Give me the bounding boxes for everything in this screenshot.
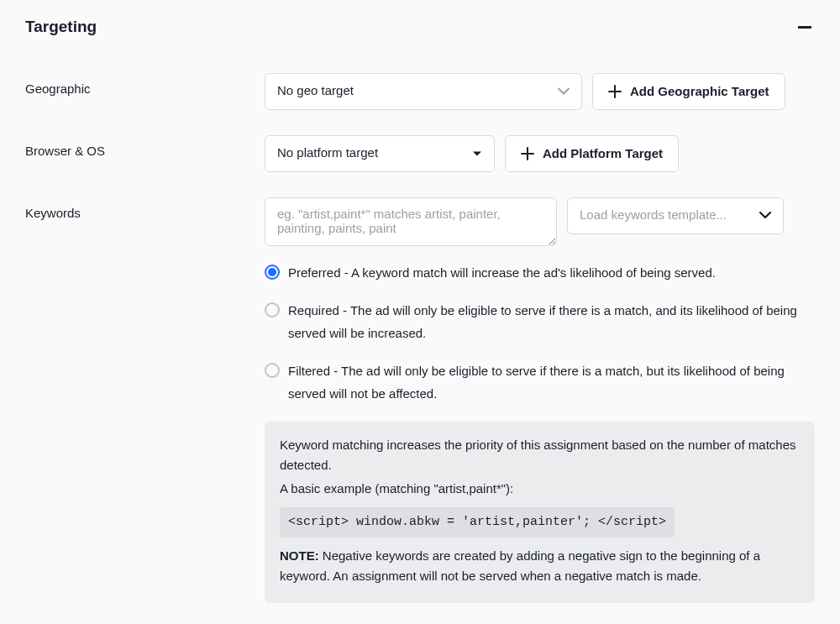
keywords-row: Keywords Load keywords template... — [25, 197, 815, 246]
note-label: NOTE: — [280, 548, 319, 563]
load-template-label: Load keywords template... — [580, 206, 727, 225]
radio-option-preferred[interactable]: Preferred - A keyword match will increas… — [265, 261, 815, 284]
platform-select[interactable]: No platform target — [265, 135, 495, 172]
svg-rect-0 — [798, 26, 811, 29]
geographic-select-value: No geo target — [277, 81, 354, 101]
note-text: Negative keywords are created by adding … — [280, 548, 760, 583]
radio-option-required[interactable]: Required - The ad will only be eligible … — [265, 299, 815, 344]
radio-required[interactable] — [265, 302, 280, 317]
keywords-input[interactable] — [265, 197, 557, 246]
section-header: Targeting — [25, 15, 815, 39]
plus-icon — [608, 85, 622, 98]
browser-os-row: Browser & OS No platform target Add Plat… — [25, 135, 815, 172]
radio-filtered[interactable] — [265, 363, 280, 378]
geographic-label: Geographic — [25, 73, 265, 99]
radio-required-label: Required - The ad will only be eligible … — [288, 299, 815, 344]
add-platform-target-label: Add Platform Target — [543, 146, 663, 160]
chevron-down-icon — [472, 150, 482, 156]
collapse-button[interactable] — [795, 17, 815, 37]
plus-icon — [521, 147, 534, 160]
chevron-down-icon — [558, 87, 570, 95]
chevron-down-icon — [759, 212, 771, 219]
geographic-row: Geographic No geo target Add Geographic … — [25, 73, 815, 110]
platform-select-value: No platform target — [277, 144, 378, 163]
radio-filtered-label: Filtered - The ad will only be eligible … — [288, 359, 815, 405]
browser-os-label: Browser & OS — [25, 135, 265, 161]
keywords-info-box: Keyword matching increases the priority … — [265, 422, 815, 603]
info-line-1: Keyword matching increases the priority … — [280, 435, 800, 475]
load-keywords-template-select[interactable]: Load keywords template... — [567, 197, 784, 234]
code-example: <script> window.abkw = 'artist,painter';… — [280, 507, 675, 537]
info-note: NOTE: Negative keywords are created by a… — [280, 546, 800, 586]
radio-option-filtered[interactable]: Filtered - The ad will only be eligible … — [265, 359, 815, 405]
section-title: Targeting — [25, 15, 97, 39]
add-geographic-target-button[interactable]: Add Geographic Target — [592, 73, 785, 110]
keyword-mode-radio-group: Preferred - A keyword match will increas… — [265, 261, 815, 405]
add-geographic-target-label: Add Geographic Target — [630, 84, 769, 98]
add-platform-target-button[interactable]: Add Platform Target — [505, 135, 679, 172]
keywords-label: Keywords — [25, 197, 265, 223]
info-line-2: A basic example (matching "artist,paint*… — [280, 479, 800, 499]
minus-icon — [798, 26, 811, 29]
geographic-select[interactable]: No geo target — [265, 73, 582, 110]
radio-preferred-label: Preferred - A keyword match will increas… — [288, 261, 716, 284]
radio-preferred[interactable] — [265, 265, 280, 280]
